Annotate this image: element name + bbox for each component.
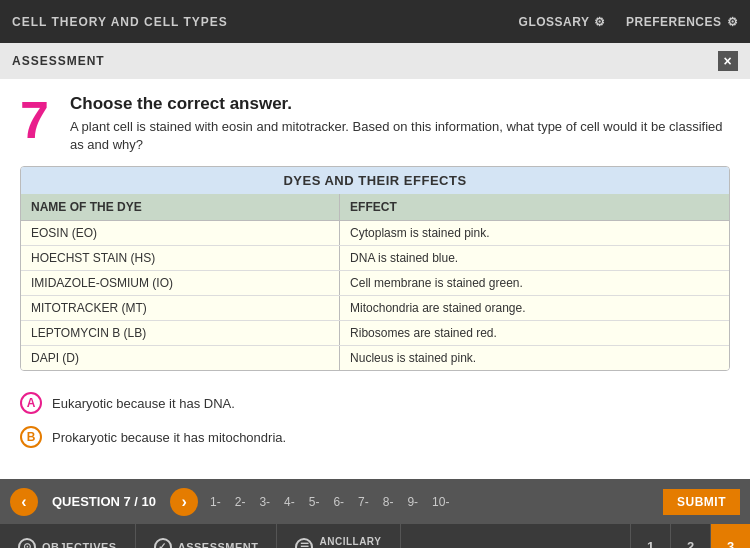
footer-tab-ancillary[interactable]: ☰ ANCILLARY MATERIALS	[277, 524, 400, 548]
question-numbers: 1-2-3-4-5-6-7-8-9-10-	[206, 493, 655, 511]
question-body: A plant cell is stained with eosin and m…	[70, 118, 730, 154]
assessment-icon: ✓	[154, 538, 172, 549]
next-question-button[interactable]: ›	[170, 488, 198, 516]
dye-name-cell: EOSIN (EO)	[21, 221, 340, 246]
glossary-icon: ⚙	[594, 15, 606, 29]
table-title: DYES AND THEIR EFFECTS	[21, 167, 729, 194]
objectives-icon: ⊙	[18, 538, 36, 549]
glossary-button[interactable]: GLOSSARY ⚙	[519, 15, 606, 29]
question-number-nav[interactable]: 3-	[255, 493, 274, 511]
table-row: MITOTRACKER (MT)Mitochondria are stained…	[21, 296, 729, 321]
footer-bar: ⊙ OBJECTIVES ✓ ASSESSMENT ☰ ANCILLARY MA…	[0, 524, 750, 548]
answer-option-b[interactable]: B Prokaryotic because it has mitochondri…	[20, 420, 730, 454]
footer-tab-assessment[interactable]: ✓ ASSESSMENT	[136, 524, 278, 548]
question-instruction: Choose the correct answer.	[70, 94, 730, 114]
prev-question-button[interactable]: ‹	[10, 488, 38, 516]
answer-options: A Eukaryotic because it has DNA. B Proka…	[20, 386, 730, 454]
question-number-nav[interactable]: 7-	[354, 493, 373, 511]
glossary-label: GLOSSARY	[519, 15, 590, 29]
assessment-footer-label: ASSESSMENT	[178, 541, 259, 549]
footer-tab-objectives[interactable]: ⊙ OBJECTIVES	[0, 524, 136, 548]
preferences-label: PREFERENCES	[626, 15, 722, 29]
dye-table: NAME OF THE DYE EFFECT EOSIN (EO)Cytopla…	[21, 194, 729, 370]
question-number-nav[interactable]: 2-	[231, 493, 250, 511]
dye-effect-cell: Cell membrane is stained green.	[340, 271, 729, 296]
dye-name-cell: MITOTRACKER (MT)	[21, 296, 340, 321]
assessment-label: ASSESSMENT	[12, 54, 105, 68]
preferences-button[interactable]: PREFERENCES ⚙	[626, 15, 738, 29]
top-bar: CELL THEORY AND CELL TYPES GLOSSARY ⚙ PR…	[0, 0, 750, 43]
table-row: EOSIN (EO)Cytoplasm is stained pink.	[21, 221, 729, 246]
table-row: HOECHST STAIN (HS)DNA is stained blue.	[21, 246, 729, 271]
assessment-panel: ASSESSMENT ×	[0, 43, 750, 79]
answer-option-a[interactable]: A Eukaryotic because it has DNA.	[20, 386, 730, 420]
question-number-nav[interactable]: 9-	[403, 493, 422, 511]
question-number-nav[interactable]: 6-	[329, 493, 348, 511]
bottom-nav: ‹ QUESTION 7 / 10 › 1-2-3-4-5-6-7-8-9-10…	[0, 479, 750, 524]
badge-a: A	[20, 392, 42, 414]
col-header-name: NAME OF THE DYE	[21, 194, 340, 221]
preferences-icon: ⚙	[727, 15, 739, 29]
footer-page-numbers: 1 2 3	[630, 524, 750, 548]
question-number-nav[interactable]: 5-	[305, 493, 324, 511]
question-number-nav[interactable]: 1-	[206, 493, 225, 511]
question-header: 7 Choose the correct answer. A plant cel…	[20, 94, 730, 154]
question-label: QUESTION 7 / 10	[52, 494, 156, 509]
dye-effect-cell: DNA is stained blue.	[340, 246, 729, 271]
dye-effect-cell: Cytoplasm is stained pink.	[340, 221, 729, 246]
answer-text-a: Eukaryotic because it has DNA.	[52, 396, 235, 411]
dye-name-cell: HOECHST STAIN (HS)	[21, 246, 340, 271]
question-number-nav[interactable]: 10-	[428, 493, 453, 511]
page-3-button[interactable]: 3	[710, 524, 750, 548]
submit-button[interactable]: SUBMIT	[663, 489, 740, 515]
main-content: 7 Choose the correct answer. A plant cel…	[0, 79, 750, 479]
question-number: 7	[20, 94, 55, 146]
dye-name-cell: IMIDAZOLE-OSMIUM (IO)	[21, 271, 340, 296]
question-number-nav[interactable]: 8-	[379, 493, 398, 511]
dye-effect-cell: Nucleus is stained pink.	[340, 346, 729, 371]
dye-table-container: DYES AND THEIR EFFECTS NAME OF THE DYE E…	[20, 166, 730, 371]
table-row: DAPI (D)Nucleus is stained pink.	[21, 346, 729, 371]
dye-effect-cell: Mitochondria are stained orange.	[340, 296, 729, 321]
page-1-button[interactable]: 1	[630, 524, 670, 548]
objectives-label: OBJECTIVES	[42, 541, 117, 549]
close-button[interactable]: ×	[718, 51, 738, 71]
dye-name-cell: LEPTOMYCIN B (LB)	[21, 321, 340, 346]
ancillary-label: ANCILLARY MATERIALS	[319, 536, 381, 549]
badge-b: B	[20, 426, 42, 448]
ancillary-icon: ☰	[295, 538, 313, 549]
dye-name-cell: DAPI (D)	[21, 346, 340, 371]
table-row: IMIDAZOLE-OSMIUM (IO)Cell membrane is st…	[21, 271, 729, 296]
col-header-effect: EFFECT	[340, 194, 729, 221]
top-actions: GLOSSARY ⚙ PREFERENCES ⚙	[519, 15, 738, 29]
table-row: LEPTOMYCIN B (LB)Ribosomes are stained r…	[21, 321, 729, 346]
question-number-nav[interactable]: 4-	[280, 493, 299, 511]
answer-text-b: Prokaryotic because it has mitochondria.	[52, 430, 286, 445]
dye-effect-cell: Ribosomes are stained red.	[340, 321, 729, 346]
question-text-block: Choose the correct answer. A plant cell …	[70, 94, 730, 154]
page-2-button[interactable]: 2	[670, 524, 710, 548]
app-title: CELL THEORY AND CELL TYPES	[12, 15, 519, 29]
